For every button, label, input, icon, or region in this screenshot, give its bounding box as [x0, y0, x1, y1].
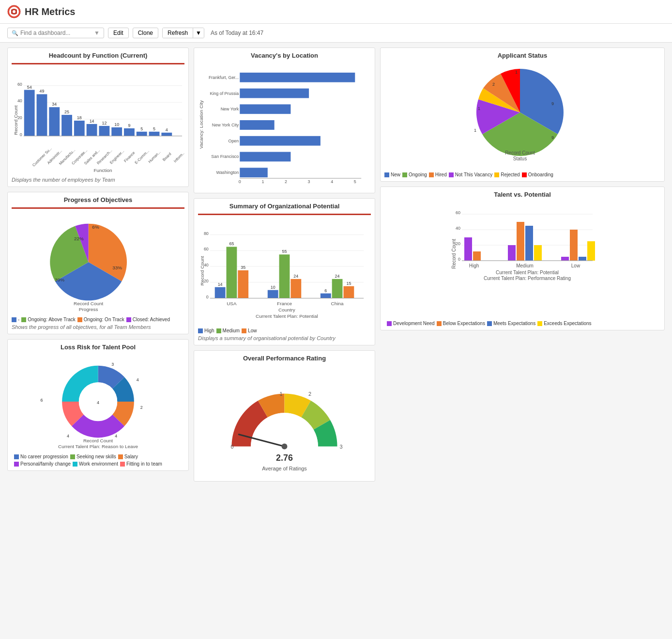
svg-text:1: 1 — [474, 128, 476, 133]
svg-text:New York: New York — [221, 107, 239, 111]
svg-rect-158 — [579, 257, 586, 261]
legend-item-above-track: Ongoing: Above Track — [21, 317, 75, 322]
legend-item-fitting: Fitting in to team — [120, 461, 162, 467]
search-input[interactable] — [20, 30, 94, 36]
svg-rect-102 — [227, 247, 237, 298]
svg-text:Vacancy: Location City: Vacancy: Location City — [199, 100, 204, 149]
svg-text:5: 5 — [153, 126, 155, 131]
legend-color-on-track — [77, 317, 82, 322]
app-header: HR Metrics — [0, 0, 672, 24]
column-2: Vacancy's by Location Frankfurt, Ger... … — [194, 47, 375, 482]
svg-text:9: 9 — [128, 123, 130, 128]
svg-text:Record Count: Record Count — [74, 301, 103, 306]
clone-button[interactable]: Clone — [133, 28, 158, 38]
legend-item-no-career: No career progression — [14, 454, 68, 459]
svg-text:1: 1 — [280, 391, 283, 397]
legend-color-achieved — [126, 317, 131, 322]
progress-legend: - Ongoing: Above Track Ongoing: On Track… — [12, 317, 184, 322]
svg-text:5: 5 — [354, 179, 356, 184]
svg-text:6: 6 — [41, 398, 43, 403]
svg-rect-114 — [332, 279, 343, 298]
svg-rect-112 — [321, 294, 331, 298]
legend-item-meets-exp: Meets Expectations — [487, 321, 535, 326]
svg-rect-16 — [49, 107, 60, 136]
svg-text:24: 24 — [293, 274, 298, 279]
loss-risk-card: Loss Risk for Talent Pool — [7, 339, 189, 471]
dashboard-search[interactable]: 🔍 ▼ — [7, 28, 104, 38]
svg-text:Record Count: Record Count — [83, 438, 113, 443]
progress-objectives-card: Progress of Objectives — [7, 192, 189, 334]
svg-rect-159 — [587, 241, 595, 261]
column-3: Applicant Status — [380, 47, 665, 482]
hr-icon — [7, 5, 21, 18]
svg-text:Status: Status — [513, 156, 527, 161]
svg-point-126 — [282, 444, 288, 450]
page-title: HR Metrics — [25, 6, 75, 17]
talent-potential-card: Talent vs. Potential Record Count 60 40 … — [380, 187, 665, 330]
org-potential-legend: High Medium Low — [198, 328, 371, 333]
svg-text:60: 60 — [17, 82, 22, 87]
legend-item-not-vacancy: Not This Vacancy — [449, 172, 492, 177]
legend-item-below-exp: Below Expectations — [437, 321, 485, 326]
dropdown-arrow-icon[interactable]: ▼ — [94, 30, 100, 36]
progress-objectives-chart: 39% 33% 22% 6% Record Count Progress — [12, 211, 184, 313]
org-potential-card: Summary of Organizational Potential Reco… — [194, 198, 375, 345]
svg-text:Inform...: Inform... — [173, 150, 184, 163]
svg-text:Frankfurt, Ger...: Frankfurt, Ger... — [209, 75, 239, 80]
svg-text:Current Talent Plan: Potential: Current Talent Plan: Potential — [256, 313, 318, 319]
progress-objectives-title-bar: Progress of Objectives — [12, 196, 184, 209]
svg-rect-116 — [343, 286, 354, 298]
refresh-button[interactable]: Refresh — [163, 28, 193, 38]
svg-rect-104 — [238, 270, 248, 298]
svg-point-2 — [13, 10, 15, 13]
vacancies-chart: Frankfurt, Ger... King of Prussia New Yo… — [198, 62, 371, 187]
applicant-status-legend: New Ongoing Hired Not This Vacancy Rejec… — [384, 172, 660, 177]
svg-text:39%: 39% — [55, 277, 64, 282]
svg-rect-34 — [161, 133, 172, 136]
timestamp-label: As of Today at 16:47 — [211, 30, 263, 36]
svg-text:20: 20 — [204, 279, 209, 283]
svg-rect-24 — [99, 126, 109, 136]
svg-rect-75 — [240, 104, 290, 114]
svg-text:2: 2 — [308, 391, 311, 397]
legend-item-onboarding: Onboarding — [522, 172, 553, 177]
loss-risk-chart: 3 4 2 4 4 6 4 Record Count Current Talen… — [12, 353, 184, 450]
svg-text:4: 4 — [137, 377, 139, 382]
headcount-title: Headcount by Function (Current) — [12, 52, 184, 64]
svg-text:40: 40 — [17, 98, 22, 103]
svg-rect-28 — [124, 128, 135, 136]
legend-item-salary: Salary — [118, 454, 138, 459]
svg-text:25: 25 — [64, 109, 69, 114]
svg-text:40: 40 — [456, 226, 460, 231]
svg-text:34: 34 — [52, 102, 57, 107]
legend-item-on-track: Ongoing: On Track — [77, 317, 124, 322]
vacancies-card: Vacancy's by Location Frankfurt, Ger... … — [194, 47, 375, 193]
legend-item-personal: Personal/family change — [14, 461, 71, 467]
svg-rect-32 — [149, 132, 160, 136]
svg-text:Current Talent Plan: Potential: Current Talent Plan: Potential — [496, 270, 559, 275]
svg-rect-20 — [74, 121, 85, 136]
legend-item-dev-need: Development Need — [387, 321, 435, 326]
svg-text:9: 9 — [551, 135, 554, 140]
svg-text:20: 20 — [456, 241, 460, 246]
edit-button[interactable]: Edit — [108, 28, 129, 38]
org-potential-chart: Record Count 80 60 40 20 0 14 65 35 — [198, 218, 371, 324]
svg-text:3: 3 — [340, 444, 343, 450]
applicant-status-chart: 9 9 1 1 2 1 Record Count Status — [384, 62, 660, 168]
svg-rect-151 — [473, 251, 481, 261]
loss-risk-legend: No career progression Seeking new skills… — [12, 454, 184, 467]
svg-text:Board: Board — [162, 152, 172, 162]
legend-item-dash: - — [12, 317, 19, 322]
performance-gauge-chart: 0 1 2 3 2.76 Average of Ratings — [198, 364, 371, 476]
svg-rect-154 — [525, 226, 533, 261]
svg-text:4: 4 — [331, 179, 333, 184]
refresh-dropdown-button[interactable]: ▼ — [193, 28, 204, 38]
svg-text:9: 9 — [551, 101, 554, 106]
svg-rect-155 — [534, 245, 542, 261]
svg-text:10: 10 — [271, 285, 275, 290]
svg-text:33%: 33% — [112, 265, 122, 270]
svg-text:Open: Open — [228, 139, 239, 143]
svg-text:60: 60 — [204, 247, 209, 251]
talent-potential-legend: Development Need Below Expectations Meet… — [384, 321, 660, 326]
svg-rect-153 — [517, 222, 524, 261]
